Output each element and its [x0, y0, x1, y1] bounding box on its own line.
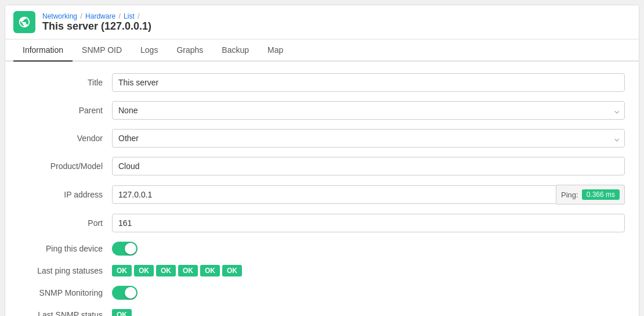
snmp-status-badges: OK	[112, 309, 625, 316]
ip-field-wrapper: Ping: 0.366 ms	[112, 185, 625, 204]
breadcrumb-sep3: /	[138, 12, 139, 20]
title-input[interactable]	[112, 73, 625, 92]
last-snmp-row: Last SNMP status OK	[19, 309, 625, 316]
title-field	[112, 73, 625, 92]
globe-icon	[18, 16, 31, 28]
snmp-monitoring-field	[112, 286, 625, 300]
breadcrumb-list[interactable]: List	[124, 12, 135, 20]
vendor-select-wrapper: Other ⌵	[112, 129, 625, 148]
ping-device-label: Ping this device	[19, 244, 112, 253]
title-label: Title	[19, 78, 112, 87]
ping-status-badge[interactable]: OK	[134, 265, 154, 276]
ping-badge: Ping: 0.366 ms	[556, 185, 625, 204]
ping-value: 0.366 ms	[582, 189, 620, 200]
parent-row: Parent None ⌵	[19, 101, 625, 120]
header-text: Networking / Hardware / List / This serv…	[42, 12, 151, 33]
breadcrumb-sep2: /	[118, 12, 122, 20]
last-ping-row: Last ping statuses OK OK OK OK OK OK	[19, 265, 625, 276]
snmp-status-badge[interactable]: OK	[112, 309, 132, 316]
port-label: Port	[19, 218, 112, 228]
breadcrumb-hardware[interactable]: Hardware	[85, 12, 115, 20]
tab-bar: Information SNMP OID Logs Graphs Backup …	[5, 40, 639, 62]
ping-toggle-thumb	[125, 243, 136, 254]
breadcrumb: Networking / Hardware / List /	[42, 12, 151, 20]
ping-status-badge[interactable]: OK	[112, 265, 132, 276]
parent-field: None ⌵	[112, 101, 625, 120]
ping-device-field	[112, 242, 625, 256]
breadcrumb-sep1: /	[80, 12, 84, 20]
snmp-monitoring-label: SNMP Monitoring	[19, 288, 112, 297]
port-field	[112, 214, 625, 232]
ping-label: Ping:	[561, 191, 578, 199]
parent-select[interactable]: None	[112, 101, 625, 120]
parent-select-wrapper: None ⌵	[112, 101, 625, 120]
ping-toggle-wrapper	[112, 242, 625, 256]
tab-backup[interactable]: Backup	[212, 40, 258, 62]
product-input[interactable]	[112, 157, 625, 175]
form-content: Title Parent None ⌵ Vendor	[5, 62, 639, 316]
vendor-row: Vendor Other ⌵	[19, 129, 625, 148]
snmp-toggle-thumb	[125, 287, 136, 299]
ping-status-badge[interactable]: OK	[156, 265, 176, 276]
snmp-monitoring-row: SNMP Monitoring	[19, 286, 625, 300]
vendor-field: Other ⌵	[112, 129, 625, 148]
ip-row: IP address Ping: 0.366 ms	[19, 185, 625, 204]
ping-status-badge[interactable]: OK	[200, 265, 220, 276]
ping-status-badges: OK OK OK OK OK OK	[112, 265, 625, 276]
tab-logs[interactable]: Logs	[131, 40, 167, 62]
ping-status-badge[interactable]: OK	[178, 265, 198, 276]
page-wrapper: Networking / Hardware / List / This serv…	[5, 5, 639, 316]
last-ping-field: OK OK OK OK OK OK	[112, 265, 625, 276]
app-icon	[13, 11, 35, 33]
vendor-label: Vendor	[19, 134, 112, 143]
parent-label: Parent	[19, 106, 112, 115]
vendor-select[interactable]: Other	[112, 129, 625, 148]
port-input[interactable]	[112, 214, 625, 232]
port-row: Port	[19, 214, 625, 232]
page-header: Networking / Hardware / List / This serv…	[5, 5, 639, 40]
last-snmp-field: OK	[112, 309, 625, 316]
ip-label: IP address	[19, 190, 112, 199]
ip-input[interactable]	[112, 185, 556, 204]
title-row: Title	[19, 73, 625, 92]
product-field	[112, 157, 625, 175]
snmp-toggle-wrapper	[112, 286, 625, 300]
tab-map[interactable]: Map	[258, 40, 292, 62]
snmp-monitoring-toggle[interactable]	[112, 286, 138, 300]
breadcrumb-networking[interactable]: Networking	[42, 12, 77, 20]
ping-status-badge[interactable]: OK	[222, 265, 242, 276]
tab-snmp-oid[interactable]: SNMP OID	[73, 40, 131, 62]
ping-device-row: Ping this device	[19, 242, 625, 256]
product-row: Product/Model	[19, 157, 625, 175]
page-title: This server (127.0.0.1)	[42, 20, 151, 33]
product-label: Product/Model	[19, 161, 112, 171]
last-ping-label: Last ping statuses	[19, 266, 112, 275]
last-snmp-label: Last SNMP status	[19, 310, 112, 316]
tab-graphs[interactable]: Graphs	[167, 40, 212, 62]
tab-information[interactable]: Information	[13, 40, 73, 62]
ping-device-toggle[interactable]	[112, 242, 138, 256]
